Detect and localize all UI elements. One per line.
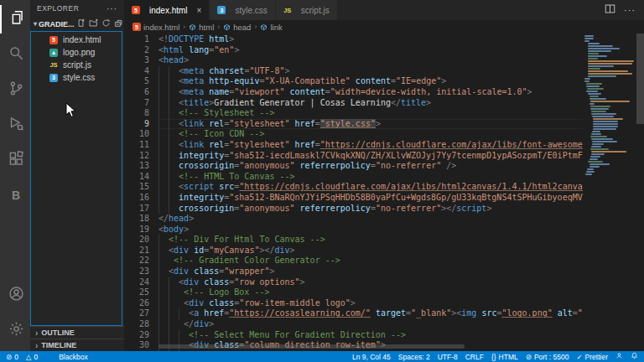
- indent-guide: [158, 204, 169, 215]
- status-cursor-position[interactable]: Ln 9, Col 45: [352, 353, 391, 361]
- code-line[interactable]: 20<!-- Div For Html To Canvas -->: [124, 235, 583, 246]
- code-line[interactable]: 3<head>: [124, 55, 583, 66]
- code-line[interactable]: 28 </div>: [124, 319, 583, 330]
- status-indentation[interactable]: Spaces: 2: [398, 353, 430, 361]
- breadcrumb-link[interactable]: link: [260, 23, 282, 32]
- indent-guide: [169, 66, 179, 77]
- timeline-section[interactable]: › TIMELINE: [30, 339, 124, 351]
- sidebar-item-run-debug[interactable]: [0, 111, 30, 139]
- code-line[interactable]: 13crossorigin="anonymous" referrerpolicy…: [124, 161, 583, 172]
- minimap-line: [590, 156, 600, 158]
- status-blackbox[interactable]: Blackbox: [59, 353, 88, 361]
- status-errors[interactable]: ⊘0: [6, 353, 18, 361]
- minimap-line: [589, 98, 606, 100]
- sidebar-item-extensions[interactable]: [0, 146, 30, 174]
- file-tree: 5index.html▲logo.pngJSscript.js3style.cs…: [30, 31, 122, 326]
- code-line[interactable]: 12integrity="sha512-iecdLmaskl7CVkqkXNQ/…: [124, 151, 583, 162]
- status-warnings[interactable]: △0: [26, 353, 38, 361]
- file-item-style.css[interactable]: 3style.css: [31, 71, 122, 84]
- code-text: </div>: [158, 319, 583, 330]
- minimap-line: [592, 143, 604, 145]
- collapse-folders-icon[interactable]: [114, 18, 123, 29]
- code-line[interactable]: 14<!-- HTML To Canvas -->: [124, 172, 583, 183]
- indent-guide: [158, 277, 169, 288]
- file-item-index.html[interactable]: 5index.html: [31, 34, 122, 46]
- code-line[interactable]: 27<a href="https://cosaslearning.com/" t…: [124, 308, 583, 319]
- refresh-icon[interactable]: [101, 18, 111, 29]
- minimap-line: [588, 43, 600, 44]
- close-icon[interactable]: ×: [197, 6, 202, 15]
- status-notifications[interactable]: [631, 352, 638, 361]
- sidebar-item-source-control[interactable]: [0, 75, 30, 104]
- code-line[interactable]: 10<!-- Icon CDN -->: [124, 129, 583, 140]
- code-line[interactable]: 6<meta name="viewport" content="width=de…: [124, 87, 583, 98]
- workspace-folder-row[interactable]: ▾ GRADIE...: [30, 17, 124, 31]
- indent-guide: [169, 182, 179, 193]
- code-line[interactable]: 11<link rel="stylesheet" href="https://c…: [124, 140, 583, 151]
- code-line[interactable]: 8<!-- Stylesheet -->: [124, 108, 583, 119]
- settings-button[interactable]: [0, 316, 30, 344]
- code-line[interactable]: 22 <!-- Gradient Color Generator -->: [124, 256, 583, 266]
- breadcrumb-html[interactable]: html: [189, 23, 214, 32]
- sidebar-item-explorer[interactable]: [0, 5, 30, 34]
- code-line[interactable]: 17crossorigin="anonymous" referrerpolicy…: [124, 204, 583, 215]
- status-prettier[interactable]: ✓Prettier: [576, 353, 608, 361]
- code-line[interactable]: 7<title>Gradient Generator | Cosas Learn…: [124, 98, 583, 109]
- code-line[interactable]: 2<html lang="en">: [124, 45, 583, 56]
- code-line[interactable]: 9<link rel="stylesheet" href="style.css"…: [124, 119, 583, 130]
- status-live-server-port[interactable]: ⊘Port : 5500: [526, 353, 569, 361]
- status-label: Ln 9, Col 45: [352, 353, 391, 361]
- status-feedback[interactable]: [615, 352, 623, 361]
- code-line[interactable]: 21<div id="myCanvas"></div>: [124, 246, 583, 256]
- sidebar-item-blackbox[interactable]: B: [0, 181, 30, 209]
- horizontal-scrollbar-thumb[interactable]: [158, 344, 465, 349]
- breadcrumb-file[interactable]: 5index.html: [132, 23, 179, 32]
- code-line[interactable]: 29<!-- Select Menu For Gradient Directio…: [124, 330, 583, 341]
- code-line[interactable]: 23<div class="wrapper">: [124, 266, 583, 277]
- code-line[interactable]: 4<meta charset="UTF-8">: [124, 66, 583, 77]
- indent-guide: [169, 98, 179, 109]
- code-line[interactable]: 5<meta http-equiv="X-UA-Compatible" cont…: [124, 76, 583, 87]
- code-line[interactable]: 15<script src="https://cdnjs.cloudflare.…: [124, 182, 583, 193]
- status-eol[interactable]: CRLF: [465, 353, 484, 361]
- explorer-more-actions-button[interactable]: ···: [106, 4, 117, 13]
- indent-guide: [158, 140, 169, 151]
- file-item-script.js[interactable]: JSscript.js: [31, 59, 122, 71]
- code-line[interactable]: 16integrity="sha512-BNaRQnYJYiPSqHHDb58B…: [124, 193, 583, 204]
- activity-bar: B: [0, 0, 30, 351]
- run-debug-icon: [8, 116, 24, 135]
- code-text: crossorigin="anonymous" referrerpolicy="…: [158, 161, 583, 172]
- vertical-scrollbar[interactable]: [636, 34, 644, 351]
- indent-guide: [169, 108, 179, 119]
- code-line[interactable]: 26 <div class="row-item-middle logo">: [124, 298, 583, 309]
- tab-style.css[interactable]: 3style.css: [210, 0, 275, 20]
- account-button[interactable]: [0, 281, 30, 309]
- more-actions-icon[interactable]: ···: [624, 5, 636, 15]
- code-text: <div id="myCanvas"></div>: [158, 246, 583, 256]
- code-line[interactable]: 24<div class="row options">: [124, 277, 583, 288]
- code-line[interactable]: 19<body>: [124, 225, 583, 235]
- html-file-icon: 5: [132, 23, 141, 31]
- code-line[interactable]: 18</head>: [124, 214, 583, 225]
- status-encoding[interactable]: UTF-8: [438, 353, 458, 361]
- new-file-icon[interactable]: [76, 18, 86, 29]
- minimap[interactable]: [584, 35, 636, 176]
- tab-script.js[interactable]: JSscript.js: [276, 0, 338, 20]
- new-folder-icon[interactable]: [89, 18, 98, 29]
- minimap-line: [588, 55, 607, 57]
- code-line[interactable]: 1<!DOCTYPE html>: [124, 34, 583, 45]
- tab-index.html[interactable]: 5index.html×: [124, 0, 210, 20]
- bell-icon: [631, 352, 638, 361]
- file-item-logo.png[interactable]: ▲logo.png: [31, 46, 122, 59]
- indent-guide: [158, 119, 169, 130]
- split-editor-icon[interactable]: [605, 3, 615, 18]
- breadcrumb-head[interactable]: head: [223, 23, 251, 32]
- outline-section[interactable]: › OUTLINE: [30, 326, 124, 339]
- vertical-scrollbar-thumb[interactable]: [636, 34, 644, 124]
- code-editor[interactable]: 1<!DOCTYPE html>2<html lang="en">3<head>…: [124, 34, 644, 351]
- status-language-mode[interactable]: {}HTML: [491, 353, 518, 361]
- tab-label: script.js: [301, 6, 330, 15]
- code-line[interactable]: 25 <!-- Logo Box -->: [124, 287, 583, 298]
- sidebar-item-search[interactable]: [0, 40, 30, 69]
- indent-guide: [158, 193, 169, 204]
